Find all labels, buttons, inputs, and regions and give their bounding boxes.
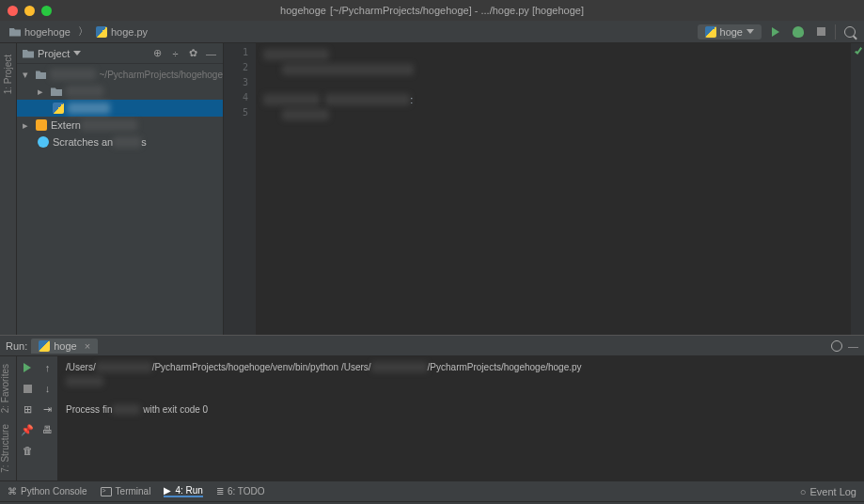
down-button[interactable]: ↓ xyxy=(40,381,55,396)
print-button[interactable]: 🖶 xyxy=(40,422,55,437)
pin-button[interactable]: 📌 xyxy=(20,422,35,437)
expand-icon[interactable]: ▸ xyxy=(38,86,47,98)
tree-folder-label: xxxx xyxy=(66,86,103,97)
toolbar-right: hoge xyxy=(698,24,858,40)
run-panel-actions: — xyxy=(831,340,858,352)
tree-root-name: xxxxxxx xyxy=(50,69,95,80)
breadcrumb-file[interactable]: hoge.py xyxy=(92,24,151,39)
tab-terminal[interactable]: Terminal xyxy=(101,485,151,497)
todo-icon: ≣ xyxy=(216,486,224,496)
sidebar-tab-structure[interactable]: 7: Structure xyxy=(0,418,10,479)
tab-run[interactable]: ▶ 4: Run xyxy=(164,485,202,497)
tab-label: Python Console xyxy=(21,486,87,496)
run-tab[interactable]: hoge × xyxy=(31,339,98,354)
tree-root[interactable]: ▾ xxxxxxx ~/PycharmProjects/hogehoge xyxy=(17,66,223,83)
editor-inspection-stripe[interactable] xyxy=(851,43,864,335)
run-config-selector[interactable]: hoge xyxy=(698,24,762,39)
tree-scratches[interactable]: Scratches anxxxs xyxy=(17,134,223,150)
run-tab-label: hoge xyxy=(54,340,76,352)
minimize-window-icon[interactable] xyxy=(24,6,35,16)
locate-icon[interactable]: ⊕ xyxy=(151,47,164,59)
chevron-down-icon xyxy=(746,29,754,34)
bug-icon xyxy=(793,26,804,38)
left-tool-stripe-lower: 2: Favorites 7: Structure xyxy=(0,356,17,480)
sidebar-title-label: Project xyxy=(38,48,70,59)
macos-titlebar: hogehoge [~/PycharmProjects/hogehoge] - … xyxy=(0,0,864,21)
python-file-icon xyxy=(53,102,64,114)
project-name: hogehoge xyxy=(280,5,326,16)
stop-button[interactable] xyxy=(20,381,35,396)
debug-button[interactable] xyxy=(790,24,807,40)
line-number: 5 xyxy=(224,107,256,122)
stop-button[interactable] xyxy=(812,24,829,40)
tab-label: 6: TODO xyxy=(228,486,265,496)
wrap-button[interactable]: ⇥ xyxy=(40,402,55,417)
play-icon: ▶ xyxy=(164,485,171,496)
breadcrumb-root[interactable]: hogehoge xyxy=(6,24,74,39)
event-log-button[interactable]: ○ Event Log xyxy=(800,486,856,497)
python-file-icon xyxy=(39,340,50,352)
left-tool-stripe: 1: Project xyxy=(0,43,17,335)
sidebar-tab-project[interactable]: 1: Project xyxy=(3,49,13,100)
code-text: xxxxxxxx xyxy=(263,49,329,60)
tree-file-label: xxxxx xyxy=(68,102,110,114)
divider xyxy=(835,24,836,39)
run-label: Run: xyxy=(6,340,27,352)
hide-icon[interactable]: — xyxy=(205,47,217,59)
close-window-icon[interactable] xyxy=(8,6,18,16)
play-icon xyxy=(772,27,779,37)
expand-icon[interactable]: ▸ xyxy=(23,119,32,132)
up-button[interactable]: ↑ xyxy=(40,360,55,375)
code-content[interactable]: xxxxxxxx xxxxxxxxxxxxxx xxxxxx xxxxxxxxx… xyxy=(256,43,864,335)
event-log-label: Event Log xyxy=(809,486,856,497)
tree-external-libs-label: Externxxxxxxx xyxy=(51,119,137,131)
code-text: xxxxx xyxy=(282,109,329,120)
tab-label: 4: Run xyxy=(175,485,202,496)
title-path: [~/PycharmProjects/hogehoge] - .../hoge.… xyxy=(330,5,584,16)
tree-scratches-label: Scratches anxxxs xyxy=(53,136,147,148)
tree-folder[interactable]: ▸ xxxx xyxy=(17,83,223,100)
settings-icon[interactable]: ✿ xyxy=(187,47,199,59)
folder-icon xyxy=(51,87,62,96)
code-text: xxxxxxxxxxxxxx xyxy=(282,64,414,75)
tab-python-console[interactable]: ⌘ Python Console xyxy=(8,485,87,497)
rerun-button[interactable] xyxy=(20,360,35,375)
bottom-tool-bar: ⌘ Python Console Terminal ▶ 4: Run ≣ 6: … xyxy=(0,480,864,501)
breadcrumb: hogehoge 〉 hoge.py xyxy=(6,24,698,39)
expand-icon[interactable]: ▾ xyxy=(23,69,32,81)
collapse-icon[interactable]: ÷ xyxy=(169,47,181,59)
close-icon[interactable]: × xyxy=(85,340,90,352)
tree-external-libs[interactable]: ▸ Externxxxxxxx xyxy=(17,117,223,134)
python-file-icon xyxy=(96,26,107,38)
maximize-window-icon[interactable] xyxy=(41,6,52,16)
main-area: 1: Project Project ⊕ ÷ ✿ — ▾ xxxxxxx ~/P… xyxy=(0,43,864,335)
layout-button[interactable]: ⊞ xyxy=(20,402,35,417)
sidebar-title[interactable]: Project xyxy=(23,48,81,59)
stop-icon xyxy=(817,27,825,36)
tab-todo[interactable]: ≣ 6: TODO xyxy=(216,485,265,497)
window-title: hogehoge [~/PycharmProjects/hogehoge] - … xyxy=(280,5,584,16)
gear-icon[interactable] xyxy=(831,340,842,352)
trash-button[interactable]: 🗑 xyxy=(20,443,35,458)
terminal-icon xyxy=(101,487,112,496)
sidebar-actions: ⊕ ÷ ✿ — xyxy=(151,47,217,59)
run-panel: Run: hoge × — 2: Favorites 7: Structure … xyxy=(0,335,864,480)
folder-icon xyxy=(23,49,34,58)
window-controls[interactable] xyxy=(8,6,52,16)
run-button[interactable] xyxy=(767,24,784,40)
search-everywhere-button[interactable] xyxy=(841,24,858,40)
run-output[interactable]: /Users/xxxxxx/PycharmProjects/hogehoge/v… xyxy=(58,356,864,480)
line-number: 4 xyxy=(224,92,256,107)
run-config-label: hoge xyxy=(720,26,743,38)
event-log-icon: ○ xyxy=(800,486,807,497)
hide-icon[interactable]: — xyxy=(848,340,858,352)
breadcrumb-file-label: hoge.py xyxy=(111,26,148,38)
code-text: xxxxxxxxx xyxy=(325,94,410,105)
code-editor[interactable]: 1 2 3 4 5 xxxxxxxx xxxxxxxxxxxxxx xxxxxx… xyxy=(224,43,864,335)
breadcrumb-root-label: hogehoge xyxy=(24,26,71,38)
tree-file-selected[interactable]: xxxxx xyxy=(17,100,223,117)
sidebar-tab-favorites[interactable]: 2: Favorites xyxy=(0,358,10,418)
line-number: 2 xyxy=(224,62,256,77)
python-file-icon xyxy=(705,26,716,38)
project-sidebar: Project ⊕ ÷ ✿ — ▾ xxxxxxx ~/PycharmProje… xyxy=(17,43,224,335)
